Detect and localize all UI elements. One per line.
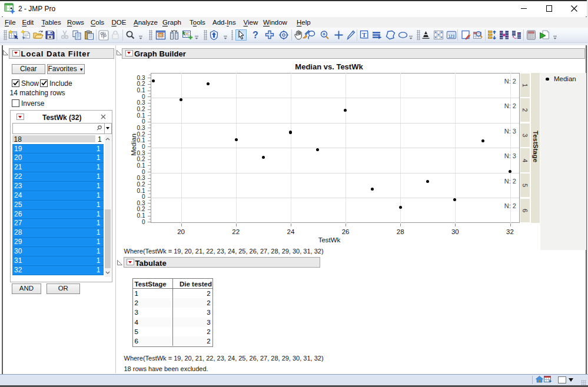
svg-text:123: 123	[448, 34, 454, 38]
svg-text:T: T	[362, 31, 367, 38]
svg-text:?: ?	[253, 30, 258, 40]
